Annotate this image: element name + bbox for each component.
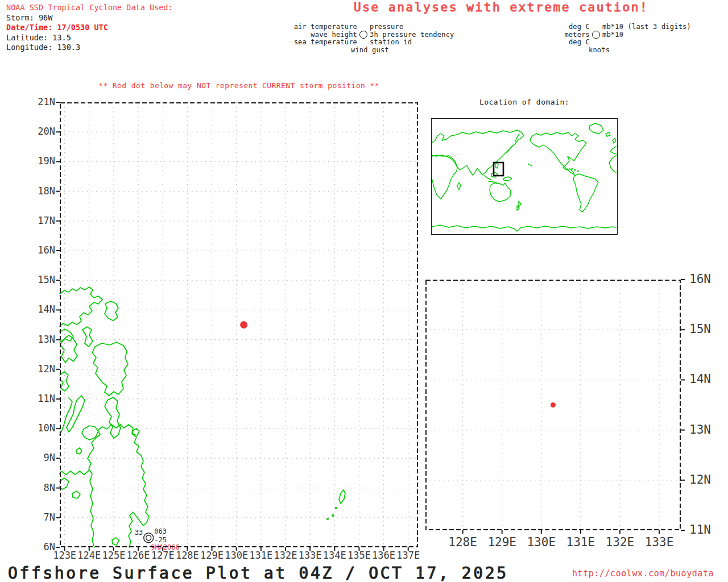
legend-field-label bbox=[602, 39, 699, 47]
legend-circle-cell bbox=[357, 31, 370, 39]
station-model-legend-fields: air temperaturepressurewave height3h pre… bbox=[291, 23, 461, 54]
legend-spacer bbox=[590, 39, 602, 47]
lon-tick-label: 135E bbox=[345, 550, 373, 561]
lat-tick-label: 13N bbox=[689, 423, 726, 436]
lon-tick-label: 126E bbox=[125, 550, 152, 561]
philippines-coastline bbox=[60, 287, 345, 547]
legend-spacer bbox=[357, 39, 370, 47]
legend-field-label: deg C bbox=[536, 23, 590, 31]
red-dot-warning: ** Red dot below may NOT represent CURRE… bbox=[60, 81, 418, 90]
lat-tick-label: 16N bbox=[28, 244, 55, 256]
lat-tick-label: 8N bbox=[28, 482, 55, 493]
lat-tick-label: 7N bbox=[28, 512, 55, 523]
lon-tick-label: 129E bbox=[198, 550, 226, 561]
storm-info-line: Latitude: 13.5 bbox=[6, 33, 173, 43]
station-plot-9HA2066: 33063-259HA2066 bbox=[135, 527, 180, 551]
legend-field-label: sea temperature bbox=[291, 39, 357, 47]
caution-banner: Use analyses with extreme caution! bbox=[354, 1, 644, 14]
lat-tick-label: 12N bbox=[28, 363, 55, 375]
station-model-legend-units: deg Cmb*10 (last 3 digits)metersmb*10deg… bbox=[536, 23, 699, 54]
lat-tick-label: 20N bbox=[28, 126, 55, 137]
storm-info-line: Storm: 96W bbox=[6, 13, 173, 23]
zoom-map-canvas bbox=[425, 280, 681, 530]
legend-field-label: mb*10 bbox=[602, 31, 699, 39]
lat-tick-label: 19N bbox=[28, 155, 55, 167]
station-circle-icon bbox=[359, 31, 367, 39]
plot-title: Offshore Surface Plot at 04Z / OCT 17, 2… bbox=[8, 564, 508, 582]
legend-field-label: wind gust bbox=[291, 47, 461, 55]
legend-field-label: deg C bbox=[536, 39, 590, 47]
lon-tick-label: 131E bbox=[562, 535, 599, 549]
legend-field-label: meters bbox=[536, 31, 590, 39]
lat-tick-label: 15N bbox=[689, 322, 726, 336]
storm-info-line: Longitude: 130.3 bbox=[6, 43, 173, 53]
lat-tick-label: 6N bbox=[28, 541, 55, 552]
legend-field-label: mb*10 (last 3 digits) bbox=[602, 23, 699, 31]
lon-tick-label: 130E bbox=[523, 535, 560, 549]
storm-position-dot bbox=[240, 321, 247, 329]
lat-tick-label: 17N bbox=[28, 215, 55, 226]
station-pressure-tendency: -25 bbox=[154, 536, 167, 544]
lon-tick-label: 132E bbox=[602, 535, 638, 549]
storm-position-dot bbox=[551, 402, 556, 408]
station-circle-icon bbox=[592, 31, 600, 39]
lon-tick-label: 133E bbox=[296, 550, 324, 561]
legend-field-label: air temperature bbox=[291, 23, 357, 31]
lon-tick-label: 133E bbox=[641, 535, 677, 549]
lat-tick-label: 10N bbox=[28, 422, 55, 434]
lat-tick-label: 12N bbox=[689, 473, 726, 487]
storm-info-block: NOAA SSD Tropical Cyclone Data Used:Stor… bbox=[6, 3, 173, 53]
legend-field-label: wave height bbox=[291, 31, 357, 39]
legend-circle-cell bbox=[590, 31, 602, 39]
legend-field-label: knots bbox=[536, 47, 699, 55]
station-circle-icon bbox=[144, 533, 154, 543]
storm-info-line: NOAA SSD Tropical Cyclone Data Used: bbox=[6, 3, 173, 13]
legend-spacer bbox=[590, 23, 602, 31]
lon-tick-label: 137E bbox=[395, 550, 422, 561]
lat-tick-label: 21N bbox=[28, 96, 55, 107]
station-inner-circle-icon bbox=[146, 535, 151, 541]
station-air-temperature: 33 bbox=[135, 529, 143, 537]
inset-map-title: Location of domain: bbox=[431, 98, 618, 106]
lat-tick-label: 13N bbox=[28, 334, 55, 345]
lon-tick-label: 131E bbox=[247, 550, 275, 561]
legend-field-label: pressure bbox=[370, 23, 461, 31]
lat-tick-label: 16N bbox=[689, 272, 726, 286]
lon-tick-label: 129E bbox=[484, 535, 520, 549]
lon-tick-label: 125E bbox=[100, 550, 127, 561]
storm-info-line: Date/Time: 17/0530 UTC bbox=[6, 23, 173, 33]
domain-zoom-map: 128E129E130E131E132E133E11N12N13N14N15N1… bbox=[425, 280, 681, 530]
lat-tick-label: 18N bbox=[28, 185, 55, 197]
location-of-domain-map bbox=[431, 118, 618, 235]
lon-tick-label: 130E bbox=[223, 550, 250, 561]
lat-tick-label: 11N bbox=[28, 393, 55, 404]
world-coastline bbox=[432, 123, 617, 231]
source-url-link[interactable]: http://coolwx.com/buoydata bbox=[572, 568, 714, 579]
lat-tick-label: 9N bbox=[28, 452, 55, 463]
station-pressure: 063 bbox=[154, 527, 167, 535]
lat-tick-label: 14N bbox=[28, 304, 55, 315]
legend-spacer bbox=[357, 23, 370, 31]
lat-tick-label: 11N bbox=[689, 523, 726, 537]
lat-tick-label: 14N bbox=[689, 372, 726, 386]
main-map: 33063-259HA2066 123E124E125E126E127E128E… bbox=[60, 102, 418, 547]
main-map-canvas: 33063-259HA2066 bbox=[60, 102, 418, 547]
lat-tick-label: 15N bbox=[28, 274, 55, 285]
lon-tick-label: 128E bbox=[445, 535, 481, 549]
lon-tick-label: 134E bbox=[321, 550, 348, 561]
world-map-canvas bbox=[432, 119, 617, 234]
legend-field-label: station id bbox=[370, 39, 461, 47]
lon-tick-label: 127E bbox=[149, 550, 176, 561]
legend-field-label: 3h pressure tendency bbox=[370, 31, 461, 39]
lon-tick-label: 128E bbox=[173, 550, 201, 561]
lon-tick-label: 124E bbox=[76, 550, 103, 561]
lon-tick-label: 132E bbox=[272, 550, 299, 561]
lon-tick-label: 136E bbox=[370, 550, 398, 561]
